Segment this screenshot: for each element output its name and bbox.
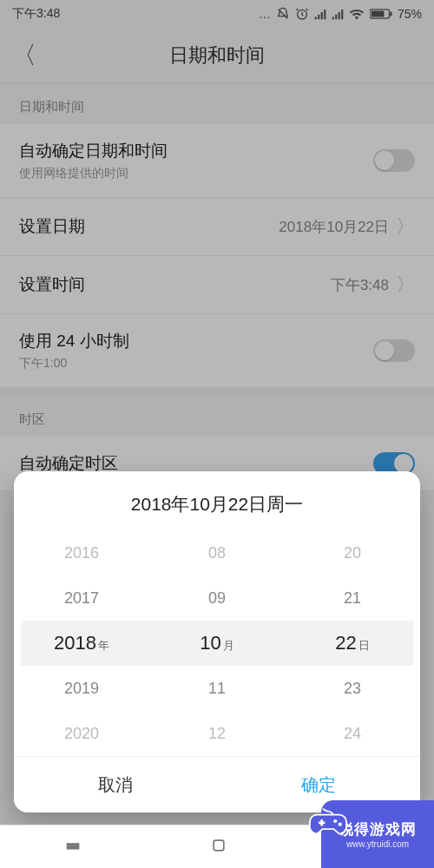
picker-title: 2018年10月22日周一 [14,471,420,530]
wheel-option: 2017 [14,575,149,621]
gamepad-icon [309,804,347,838]
nav-home-icon[interactable] [210,837,227,858]
svg-point-7 [333,819,337,823]
wheel-option: 09 [149,575,285,621]
date-picker: 2018年10月22日周一 2016 2017 2018年 2019 2020 … [14,471,420,812]
wheel-month[interactable]: 08 09 10月 11 12 [149,530,285,756]
wheel-option: 08 [149,530,285,575]
watermark-title: 锐得游戏网 [339,819,417,839]
wheel-option: 2019 [14,666,149,711]
svg-point-8 [339,823,342,826]
wheel-option: 20 [285,530,420,575]
svg-rect-6 [214,840,224,851]
wheel-year[interactable]: 2016 2017 2018年 2019 2020 [14,530,149,756]
wheel-option: 11 [149,666,285,711]
nav-recent-icon[interactable] [63,836,82,858]
wheel-selected: 2018年 [14,621,149,666]
wheel-option: 2016 [14,530,149,575]
wheel-selected: 10月 [149,621,285,666]
wheel-option: 23 [285,666,420,711]
watermark-url: www.ytruidi.com [346,839,409,849]
watermark-badge: 锐得游戏网 www.ytruidi.com [321,800,434,868]
modal-overlay[interactable]: 2018年10月22日周一 2016 2017 2018年 2019 2020 … [0,0,434,868]
wheel-option: 24 [285,711,420,756]
wheel-option: 21 [285,575,420,621]
wheel-option: 12 [149,711,285,756]
svg-rect-5 [68,846,79,848]
picker-wheels: 2016 2017 2018年 2019 2020 08 09 10月 11 1… [14,530,420,756]
wheel-option: 2020 [14,711,149,756]
svg-rect-4 [68,844,79,845]
wheel-day[interactable]: 20 21 22日 23 24 [285,530,420,756]
wheel-selected: 22日 [285,621,420,666]
cancel-button[interactable]: 取消 [14,757,217,812]
